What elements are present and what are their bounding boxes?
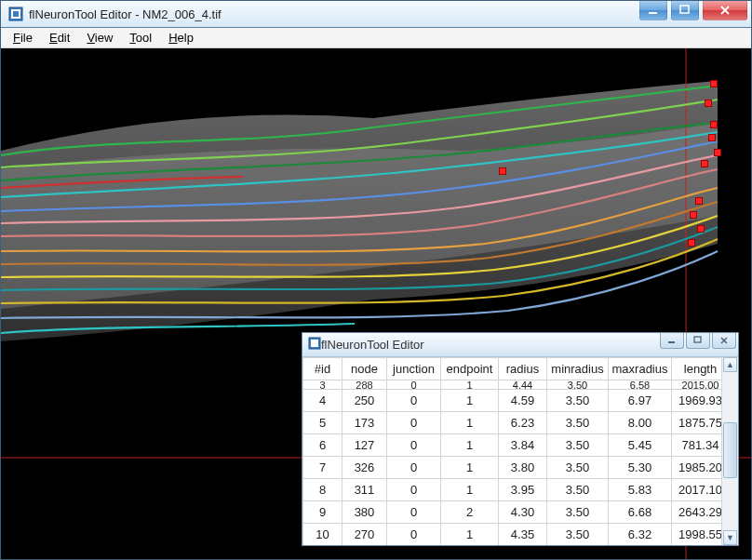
endpoint-marker[interactable] xyxy=(697,225,705,233)
col-maxradius[interactable]: maxradius xyxy=(609,358,672,380)
table-row[interactable]: 8311013.953.505.832017.10 xyxy=(303,479,722,501)
cell-radius[interactable]: 4.44 xyxy=(499,380,547,390)
cell-node[interactable]: 270 xyxy=(342,524,387,546)
cell-id[interactable]: 3 xyxy=(303,380,342,390)
cell-minradius[interactable]: 3.50 xyxy=(547,412,609,434)
cell-radius[interactable]: 3.84 xyxy=(499,434,547,457)
cell-node[interactable]: 250 xyxy=(342,390,387,412)
cell-minradius[interactable]: 3.50 xyxy=(547,457,609,479)
menu-tool[interactable]: Tool xyxy=(122,29,159,47)
cell-node[interactable]: 288 xyxy=(342,380,387,390)
col-length[interactable]: length xyxy=(672,358,722,380)
cell-minradius[interactable]: 3.50 xyxy=(547,479,609,501)
cell-length[interactable]: 1969.93 xyxy=(672,390,722,412)
cell-node[interactable]: 173 xyxy=(342,412,387,434)
cell-id[interactable]: 7 xyxy=(303,457,342,479)
table-scrollbar[interactable]: ▲ ▼ xyxy=(721,357,738,545)
cell-node[interactable]: 311 xyxy=(342,479,387,501)
sub-titlebar[interactable]: flNeuronTool Editor xyxy=(302,333,738,357)
scroll-thumb[interactable] xyxy=(723,422,737,478)
cell-maxradius[interactable]: 6.32 xyxy=(609,524,672,546)
cell-endpoint[interactable]: 1 xyxy=(441,380,499,390)
cell-maxradius[interactable]: 8.00 xyxy=(609,412,672,434)
cell-maxradius[interactable]: 6.68 xyxy=(609,501,672,524)
cell-junction[interactable]: 0 xyxy=(387,380,441,390)
menu-edit[interactable]: Edit xyxy=(42,29,77,47)
endpoint-marker[interactable] xyxy=(710,80,718,87)
endpoint-marker[interactable] xyxy=(705,100,712,107)
cell-length[interactable]: 1875.75 xyxy=(672,412,722,434)
col-minradius[interactable]: minradius xyxy=(547,358,609,380)
cell-endpoint[interactable]: 1 xyxy=(441,434,499,457)
cell-endpoint[interactable]: 1 xyxy=(441,412,499,434)
cell-radius[interactable]: 4.35 xyxy=(499,524,547,546)
cell-endpoint[interactable]: 1 xyxy=(441,457,499,479)
table-row[interactable]: 3288014.443.506.582015.00 xyxy=(303,380,722,390)
table-row[interactable]: 4250014.593.506.971969.93 xyxy=(303,390,722,412)
cell-radius[interactable]: 3.95 xyxy=(499,479,547,501)
cell-id[interactable]: 5 xyxy=(303,412,342,434)
cell-id[interactable]: 4 xyxy=(303,390,342,412)
sub-minimize-button[interactable] xyxy=(660,333,684,349)
cell-length[interactable]: 2015.00 xyxy=(672,380,722,390)
cell-endpoint[interactable]: 1 xyxy=(441,524,499,546)
endpoint-marker[interactable] xyxy=(710,121,718,128)
sub-close-button[interactable] xyxy=(712,333,736,349)
neuron-data-table[interactable]: #id node junction endpoint radius minrad… xyxy=(302,357,721,545)
cell-junction[interactable]: 0 xyxy=(387,457,441,479)
menu-help[interactable]: Help xyxy=(161,29,201,47)
col-junction[interactable]: junction xyxy=(387,358,441,380)
cell-junction[interactable]: 0 xyxy=(387,434,441,457)
table-row[interactable]: 9380024.303.506.682643.29 xyxy=(303,501,722,524)
endpoint-marker[interactable] xyxy=(695,197,703,205)
cell-radius[interactable]: 4.59 xyxy=(499,390,547,412)
cell-node[interactable]: 127 xyxy=(342,434,387,457)
cell-length[interactable]: 1985.20 xyxy=(672,457,722,479)
cell-maxradius[interactable]: 6.97 xyxy=(609,390,672,412)
cell-endpoint[interactable]: 1 xyxy=(441,479,499,501)
cell-maxradius[interactable]: 5.45 xyxy=(609,434,672,457)
cell-id[interactable]: 6 xyxy=(303,434,342,457)
minimize-button[interactable] xyxy=(639,1,667,20)
cell-minradius[interactable]: 3.50 xyxy=(547,390,609,412)
cell-maxradius[interactable]: 5.30 xyxy=(609,457,672,479)
cell-id[interactable]: 9 xyxy=(303,501,342,524)
cell-endpoint[interactable]: 1 xyxy=(441,390,499,412)
scroll-up-button[interactable]: ▲ xyxy=(723,357,737,372)
cell-maxradius[interactable]: 6.58 xyxy=(609,380,672,390)
cell-junction[interactable]: 0 xyxy=(387,501,441,524)
scroll-down-button[interactable]: ▼ xyxy=(723,530,737,545)
cell-id[interactable]: 8 xyxy=(303,479,342,501)
endpoint-marker[interactable] xyxy=(690,211,697,219)
table-row[interactable]: 5173016.233.508.001875.75 xyxy=(303,412,722,434)
col-node[interactable]: node xyxy=(342,358,387,380)
cell-length[interactable]: 2643.29 xyxy=(672,501,722,524)
endpoint-marker[interactable] xyxy=(688,239,695,247)
sub-maximize-button[interactable] xyxy=(686,333,710,349)
cell-node[interactable]: 380 xyxy=(342,501,387,524)
cell-endpoint[interactable]: 2 xyxy=(441,501,499,524)
col-id[interactable]: #id xyxy=(303,358,342,380)
col-radius[interactable]: radius xyxy=(499,358,547,380)
cell-junction[interactable]: 0 xyxy=(387,412,441,434)
cell-radius[interactable]: 4.30 xyxy=(499,501,547,524)
table-row[interactable]: 7326013.803.505.301985.20 xyxy=(303,457,722,479)
cell-id[interactable]: 10 xyxy=(303,524,342,546)
maximize-button[interactable] xyxy=(671,1,699,20)
menu-view[interactable]: View xyxy=(79,29,120,47)
cell-maxradius[interactable]: 5.83 xyxy=(609,479,672,501)
cell-junction[interactable]: 0 xyxy=(387,479,441,501)
cell-length[interactable]: 781.34 xyxy=(672,434,722,457)
close-button[interactable] xyxy=(703,1,747,20)
cell-minradius[interactable]: 3.50 xyxy=(547,434,609,457)
col-endpoint[interactable]: endpoint xyxy=(441,358,499,380)
cell-radius[interactable]: 6.23 xyxy=(499,412,547,434)
cell-length[interactable]: 1998.55 xyxy=(672,524,722,546)
cell-minradius[interactable]: 3.50 xyxy=(547,380,609,390)
endpoint-marker[interactable] xyxy=(499,167,506,175)
table-row[interactable]: 10270014.353.506.321998.55 xyxy=(303,524,722,546)
cell-radius[interactable]: 3.80 xyxy=(499,457,547,479)
endpoint-marker[interactable] xyxy=(701,160,708,167)
cell-junction[interactable]: 0 xyxy=(387,390,441,412)
table-row[interactable]: 6127013.843.505.45781.34 xyxy=(303,434,722,457)
